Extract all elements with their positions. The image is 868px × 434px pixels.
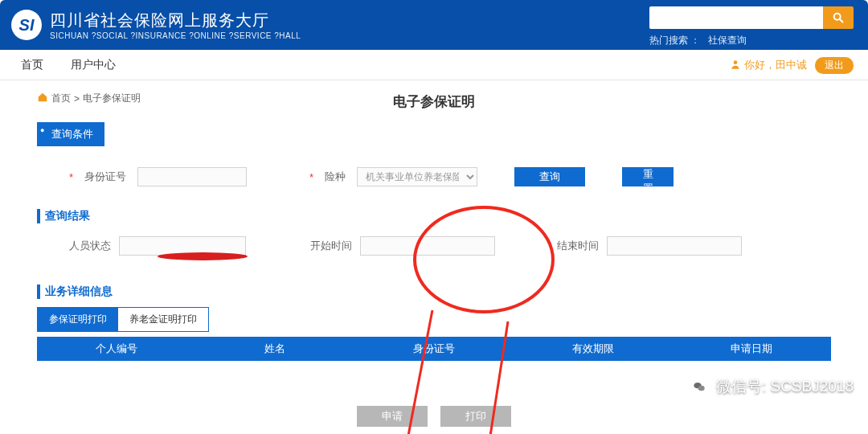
top-banner: SI 四川省社会保险网上服务大厅 SICHUAN ?SOCIAL ?INSURA… [0, 0, 868, 50]
end-time-input[interactable] [607, 236, 742, 256]
required-marker: * [309, 171, 313, 183]
breadcrumb-sep: > [74, 93, 80, 104]
user-icon [730, 59, 741, 72]
id-label: 身份证号 [84, 170, 126, 184]
results-section-title: 查询结果 [37, 209, 831, 223]
required-marker: * [69, 171, 73, 183]
id-input[interactable] [137, 167, 247, 186]
tab-cert-print[interactable]: 参保证明打印 [38, 308, 118, 331]
col-name: 姓名 [196, 342, 355, 356]
query-form: * 身份证号 * 险种 机关事业单位养老保险 查询 重置 [37, 146, 831, 201]
logout-button[interactable]: 退出 [815, 57, 854, 74]
page-title: 电子参保证明 [37, 92, 831, 111]
status-label: 人员状态 [69, 239, 111, 253]
wechat-label: 微信号: SCSBJ2018 [716, 376, 854, 397]
tab-pension-print[interactable]: 养老金证明打印 [118, 308, 208, 331]
site-title: 四川省社会保险网上服务大厅 [50, 10, 301, 31]
home-icon[interactable] [37, 92, 48, 105]
logo-badge-icon: SI [11, 10, 42, 40]
svg-point-2 [734, 60, 738, 64]
detail-section-title: 业务详细信息 [37, 285, 831, 299]
site-subtitle: SICHUAN ?SOCIAL ?INSURANCE ?ONLINE ?SERV… [50, 31, 301, 40]
secondary-nav: 首页 用户中心 你好，田中诚 退出 [0, 50, 868, 80]
hot-search-link[interactable]: 社保查询 [708, 35, 747, 46]
type-label: 险种 [325, 170, 346, 184]
site-logo: SI 四川省社会保险网上服务大厅 SICHUAN ?SOCIAL ?INSURA… [11, 10, 301, 40]
search-input[interactable] [649, 6, 823, 29]
user-greeting: 你好，田中诚 [744, 58, 807, 72]
redaction-mark [154, 249, 251, 264]
svg-line-1 [840, 19, 843, 23]
hot-search-row: 热门搜索 ： 社保查询 [649, 34, 854, 47]
query-conditions-tab: 查询条件 [37, 122, 104, 146]
svg-point-7 [698, 386, 705, 391]
wechat-overlay: 微信号: SCSBJ2018 [689, 376, 854, 397]
print-button[interactable]: 打印 [440, 406, 511, 427]
svg-point-5 [158, 252, 248, 260]
breadcrumb-home[interactable]: 首页 [51, 92, 71, 105]
col-apply-date: 申请日期 [672, 342, 831, 356]
end-time-label: 结束时间 [557, 239, 599, 253]
svg-point-0 [834, 14, 841, 20]
nav-user-center[interactable]: 用户中心 [71, 58, 116, 72]
start-time-input[interactable] [360, 236, 495, 256]
wechat-icon [689, 376, 710, 397]
detail-tabs: 参保证明打印 养老金证明打印 [37, 307, 209, 332]
nav-home[interactable]: 首页 [21, 58, 43, 72]
reset-button[interactable]: 重置 [622, 167, 674, 186]
search-button[interactable] [823, 6, 854, 29]
col-personal-no: 个人编号 [37, 342, 196, 356]
detail-table-header: 个人编号 姓名 身份证号 有效期限 申请日期 [37, 337, 831, 361]
insurance-type-select[interactable]: 机关事业单位养老保险 [357, 167, 477, 186]
hot-search-label: 热门搜索 ： [649, 35, 700, 46]
start-time-label: 开始时间 [310, 239, 352, 253]
search-icon [832, 11, 845, 24]
query-button[interactable]: 查询 [514, 167, 585, 186]
apply-button[interactable]: 申请 [357, 406, 428, 427]
col-validity: 有效期限 [514, 342, 673, 356]
action-buttons: 申请 打印 [37, 406, 831, 427]
breadcrumb-current: 电子参保证明 [83, 92, 141, 105]
col-id-no: 身份证号 [354, 342, 514, 356]
